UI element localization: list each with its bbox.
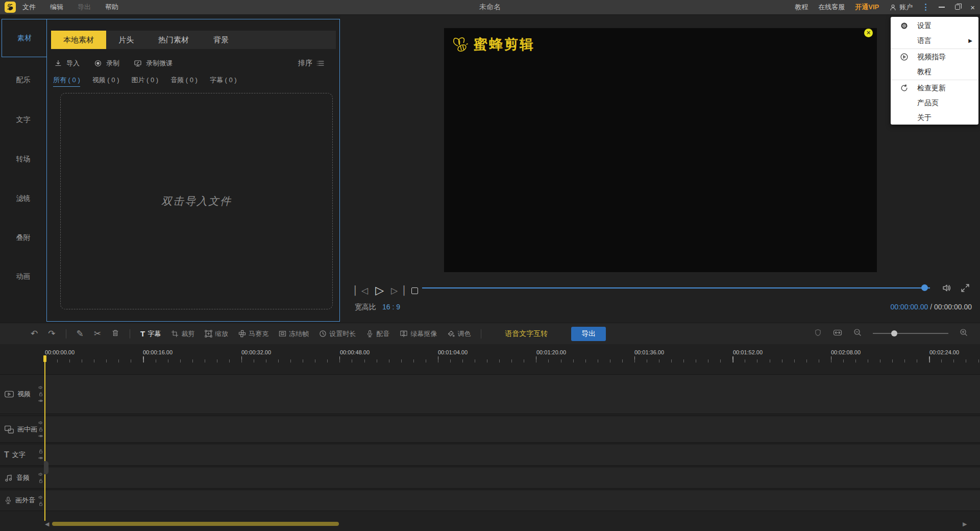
menu-item-label: 设置 [917, 21, 932, 31]
delete-button[interactable] [111, 329, 119, 339]
tool-label: 马赛克 [249, 329, 268, 339]
menu-item-tutorial[interactable]: 教程 [891, 64, 978, 79]
timeline-zoom-slider[interactable] [873, 333, 948, 334]
tool-dubbing[interactable]: 配音 [366, 329, 389, 339]
eye-icon[interactable] [38, 455, 43, 461]
record-lesson-button[interactable]: 录制微课 [134, 59, 173, 68]
video-lane[interactable] [45, 374, 980, 414]
vip-link[interactable]: 开通VIP [855, 3, 879, 12]
marker-button[interactable] [814, 329, 822, 339]
split-scissors-button[interactable]: ✂ [94, 329, 101, 338]
speaker-icon[interactable] [38, 420, 43, 425]
menu-item-language[interactable]: 语言 ▶ [891, 33, 978, 48]
prev-frame-button[interactable]: ▏◁ [355, 285, 368, 296]
filter-audio[interactable]: 音频 ( 0 ) [170, 76, 198, 87]
redo-button[interactable]: ↷ [48, 329, 55, 338]
tool-scale[interactable]: 缩放 [205, 329, 228, 339]
play-button[interactable]: ▷ [375, 284, 384, 297]
pip-lane[interactable] [45, 416, 980, 443]
speaker-icon[interactable] [38, 472, 43, 477]
edit-pencil-button[interactable]: ✎ [77, 329, 84, 338]
tool-crop[interactable]: 裁剪 [171, 329, 194, 339]
scroll-right-icon[interactable]: ▶ [963, 521, 967, 527]
tab-background[interactable]: 背景 [201, 31, 241, 49]
tool-color[interactable]: 调色 [447, 329, 471, 339]
sort-button[interactable]: 排序 [298, 59, 325, 68]
volume-button[interactable] [942, 283, 952, 295]
watermark-close-button[interactable]: ✕ [864, 29, 873, 37]
stop-button[interactable] [411, 287, 418, 294]
sidebar-item-overlay[interactable]: 叠附 [0, 233, 46, 243]
tool-set-duration[interactable]: 设置时长 [319, 329, 356, 339]
undo-button[interactable]: ↶ [31, 329, 38, 338]
tab-intro[interactable]: 片头 [106, 31, 146, 49]
tool-freeze-frame[interactable]: 冻结帧 [279, 329, 309, 339]
seek-handle[interactable] [921, 284, 928, 291]
horizontal-scrollbar[interactable] [52, 522, 339, 526]
fullscreen-button[interactable] [960, 283, 970, 295]
sidebar-item-material[interactable]: 素材 [2, 19, 47, 57]
menu-item-video-guide[interactable]: 视频指导 [891, 50, 978, 64]
record-button[interactable]: 录制 [94, 59, 119, 68]
playhead[interactable] [44, 357, 45, 521]
eye-icon[interactable] [38, 398, 43, 403]
track-header-voiceover[interactable]: 画外音 [0, 490, 45, 511]
video-preview[interactable]: 蜜蜂剪辑 ✕ [444, 28, 877, 272]
lock-icon[interactable] [38, 427, 43, 432]
sidebar-item-text[interactable]: 文字 [0, 115, 46, 125]
more-dots-icon[interactable] [923, 4, 928, 11]
tool-mosaic[interactable]: 马赛克 [238, 329, 268, 339]
filter-video[interactable]: 视频 ( 0 ) [92, 76, 119, 87]
lock-icon[interactable] [38, 392, 43, 397]
export-button[interactable]: 导出 [571, 327, 606, 341]
import-button[interactable]: 导入 [54, 59, 80, 68]
sidebar-item-transition[interactable]: 转场 [0, 155, 46, 164]
menu-item-about[interactable]: 关于 [891, 110, 978, 125]
audio-lane[interactable] [45, 467, 980, 489]
tab-local-material[interactable]: 本地素材 [51, 31, 106, 49]
maximize-icon[interactable] [955, 5, 960, 10]
track-panel-handle[interactable] [44, 461, 48, 474]
seek-bar[interactable] [422, 287, 930, 288]
text-lane[interactable] [45, 444, 980, 466]
voiceover-lane[interactable] [45, 490, 980, 511]
tutorial-link[interactable]: 教程 [795, 3, 808, 12]
scroll-left-icon[interactable]: ◀ [45, 521, 49, 527]
speaker-icon[interactable] [38, 495, 43, 500]
sidebar-item-filter[interactable]: 滤镜 [0, 194, 46, 203]
slider-handle[interactable] [891, 330, 897, 336]
speech-text-button[interactable]: 语音文字互转 [505, 329, 548, 339]
sidebar-item-animation[interactable]: 动画 [0, 272, 46, 281]
aspect-value[interactable]: 16 : 9 [382, 303, 400, 311]
support-link[interactable]: 在线客服 [818, 3, 845, 12]
zoom-in-button[interactable] [960, 328, 968, 339]
record-lesson-label: 录制微课 [146, 59, 173, 68]
track-header-video[interactable]: 视频 [0, 374, 45, 414]
import-dropzone[interactable]: 双击导入文件 [60, 93, 333, 309]
menu-item-check-update[interactable]: 检查更新 [891, 81, 978, 95]
lock-icon[interactable] [38, 449, 43, 454]
speaker-icon[interactable] [38, 385, 43, 390]
account-button[interactable]: 账户 [889, 3, 913, 12]
menu-item-product-page[interactable]: 产品页 [891, 95, 978, 110]
tab-hot-material[interactable]: 热门素材 [146, 31, 201, 49]
close-icon[interactable]: × [970, 4, 975, 11]
tool-greenscreen[interactable]: 绿幕抠像 [400, 329, 437, 339]
filter-subtitle[interactable]: 字幕 ( 0 ) [210, 76, 237, 87]
minimize-icon[interactable] [939, 7, 945, 8]
menu-item-settings[interactable]: 设置 [891, 18, 978, 33]
lock-icon[interactable] [38, 478, 43, 484]
track-header-pip[interactable]: 画中画 [0, 416, 45, 443]
sidebar-item-music[interactable]: 配乐 [0, 76, 46, 85]
tool-subtitle[interactable]: T 字幕 [140, 329, 161, 339]
filter-image[interactable]: 图片 ( 0 ) [131, 76, 158, 87]
track-header-text[interactable]: T 文字 [0, 444, 45, 466]
lock-icon[interactable] [38, 501, 43, 506]
zoom-out-button[interactable] [853, 328, 862, 339]
next-frame-button[interactable]: ▷▕ [391, 285, 404, 296]
fit-timeline-button[interactable] [833, 329, 842, 339]
eye-icon[interactable] [38, 433, 43, 439]
filter-all[interactable]: 所有 ( 0 ) [53, 76, 80, 87]
sort-list-icon [316, 59, 325, 67]
track-header-audio[interactable]: 音频 [0, 467, 45, 489]
